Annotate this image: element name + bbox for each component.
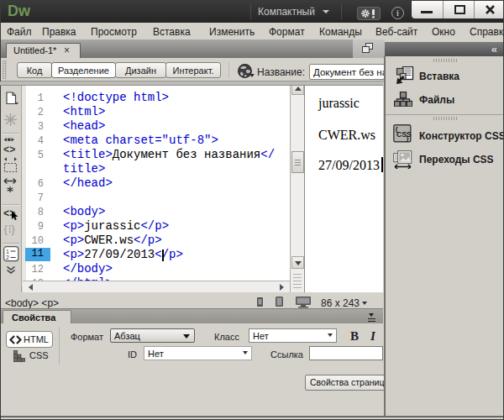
svg-text:{: { xyxy=(396,125,398,133)
svg-text:2: 2 xyxy=(6,255,9,260)
svg-text:1: 1 xyxy=(6,249,9,255)
svg-text:}: } xyxy=(12,223,16,235)
svg-text:CSS: CSS xyxy=(396,130,412,139)
svg-text:}: } xyxy=(407,134,409,142)
svg-text:{: { xyxy=(4,223,8,235)
svg-text:<>: <> xyxy=(3,144,15,155)
